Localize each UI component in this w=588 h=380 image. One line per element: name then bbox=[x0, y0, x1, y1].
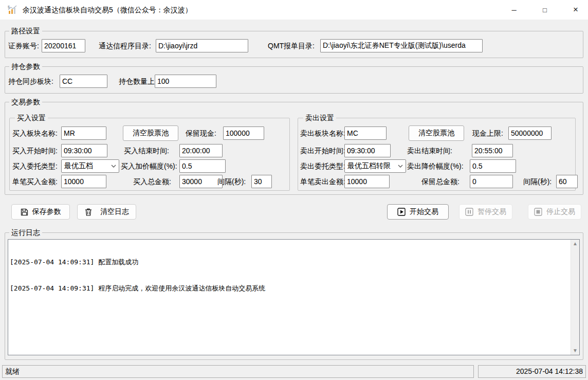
sell-per-amount-input[interactable] bbox=[344, 175, 390, 188]
buy-markup-label: 买入加价幅度(%): bbox=[121, 159, 177, 173]
buy-clear-pool-button[interactable]: 清空股票池 bbox=[123, 125, 178, 141]
sync-board-label: 持仓同步板块: bbox=[8, 75, 53, 88]
buy-board-input[interactable] bbox=[61, 126, 106, 140]
buy-interval-input[interactable] bbox=[251, 175, 272, 188]
scroll-up-icon[interactable]: ▲ bbox=[573, 241, 578, 246]
pause-icon bbox=[465, 208, 473, 216]
log-output[interactable]: [2025-07-04 14:09:31] 配置加载成功 [2025-07-04… bbox=[8, 239, 580, 355]
sell-start-time-input[interactable] bbox=[344, 144, 391, 157]
trade-params-group: 交易参数 买入设置 买入板块名称: 清空股票池 保留现金: 买入开始时间: 买入… bbox=[5, 102, 583, 195]
minimize-icon[interactable]: ─ bbox=[501, 0, 527, 20]
buy-start-time-input[interactable] bbox=[61, 144, 107, 157]
buy-start-time-label: 买入开始时间: bbox=[12, 144, 58, 157]
chevron-down-icon bbox=[111, 165, 116, 168]
log-text: [2025-07-04 14:09:31] 配置加载成功 [2025-07-04… bbox=[10, 240, 569, 354]
clear-log-label: 清空日志 bbox=[100, 207, 129, 216]
buy-reserve-cash-label: 保留现金: bbox=[186, 126, 216, 140]
pause-trade-button[interactable]: 暂停交易 bbox=[459, 204, 512, 220]
buy-order-type-select[interactable]: 最优五档 bbox=[61, 159, 119, 173]
trash-icon bbox=[85, 208, 92, 216]
scroll-down-icon[interactable]: ▼ bbox=[573, 348, 578, 353]
sell-board-label: 卖出板块名称: bbox=[300, 126, 345, 140]
sell-interval-input[interactable] bbox=[556, 175, 578, 188]
pause-trade-label: 暂停交易 bbox=[477, 207, 506, 216]
start-trade-label: 开始交易 bbox=[410, 207, 438, 216]
sell-order-type-select[interactable]: 最优五档转限 bbox=[344, 159, 406, 173]
stop-icon bbox=[534, 208, 542, 216]
buy-per-amount-input[interactable] bbox=[61, 175, 106, 188]
buy-per-amount-label: 单笔买入金额: bbox=[12, 175, 58, 188]
sell-board-input[interactable] bbox=[344, 126, 387, 140]
account-input[interactable] bbox=[42, 39, 85, 52]
sell-end-time-label: 卖出结束时间: bbox=[407, 144, 452, 157]
sell-cash-cap-input[interactable] bbox=[508, 126, 552, 140]
position-settings-title: 持仓参数 bbox=[9, 62, 42, 71]
save-params-button[interactable]: 保存参数 bbox=[11, 204, 70, 220]
stop-trade-label: 停止交易 bbox=[546, 207, 575, 216]
run-log-title: 运行日志 bbox=[9, 228, 42, 238]
account-label: 证券账号: bbox=[8, 39, 39, 52]
sell-markdown-label: 卖出降价幅度(%): bbox=[407, 159, 464, 173]
buy-order-type-label: 买入委托类型: bbox=[12, 159, 58, 173]
buy-settings-title: 买入设置 bbox=[15, 113, 48, 123]
buy-settings-group: 买入设置 买入板块名称: 清空股票池 保留现金: 买入开始时间: 买入结束时间:… bbox=[9, 118, 290, 191]
position-settings-group: 持仓参数 持仓同步板块: 持仓数量上限: bbox=[5, 66, 583, 94]
status-message-panel: 就绪 bbox=[2, 365, 474, 378]
chevron-down-icon bbox=[398, 165, 403, 168]
buy-end-time-input[interactable] bbox=[179, 144, 223, 157]
sell-order-type-value: 最优五档转限 bbox=[347, 161, 391, 171]
maximize-icon[interactable]: □ bbox=[532, 0, 558, 20]
log-scrollbar[interactable]: ▲ ▼ bbox=[571, 240, 579, 355]
buy-board-label: 买入板块名称: bbox=[12, 126, 58, 140]
title-bar: $ 余汉波通达信板块自动交易5（微信公众号：余汉波） ─ □ × bbox=[0, 0, 588, 20]
sell-markdown-input[interactable] bbox=[470, 159, 516, 173]
sell-order-type-label: 卖出委托类型: bbox=[300, 159, 345, 173]
status-text: 就绪 bbox=[5, 367, 20, 375]
sell-cash-cap-label: 现金上限: bbox=[472, 126, 503, 140]
sell-settings-group: 卖出设置 卖出板块名称: 清空股票池 现金上限: 卖出开始时间: 卖出结束时间:… bbox=[298, 118, 576, 191]
buy-interval-label: 间隔(秒): bbox=[217, 175, 246, 188]
buy-total-label: 买入总金额: bbox=[133, 175, 171, 188]
tdx-dir-input[interactable] bbox=[156, 39, 248, 52]
window-title: 余汉波通达信板块自动交易5（微信公众号：余汉波） bbox=[23, 0, 192, 20]
app-icon: $ bbox=[7, 4, 18, 15]
log-line: [2025-07-04 14:09:31] 配置加载成功 bbox=[10, 258, 569, 266]
sync-board-input[interactable] bbox=[60, 75, 107, 88]
path-settings-title: 路径设置 bbox=[9, 26, 42, 36]
buy-markup-input[interactable] bbox=[179, 159, 226, 173]
status-time-panel: 2025-07-04 14:12:38 bbox=[478, 365, 586, 378]
buy-total-input[interactable] bbox=[179, 175, 223, 188]
log-line: [2025-07-04 14:09:31] 程序启动完成，欢迎使用余汉波通达信板… bbox=[10, 284, 569, 293]
sell-end-time-input[interactable] bbox=[472, 144, 513, 157]
buy-end-time-label: 买入结束时间: bbox=[124, 144, 169, 157]
stop-trade-button[interactable]: 停止交易 bbox=[528, 204, 581, 220]
tdx-dir-label: 通达信程序目录: bbox=[99, 39, 151, 52]
sell-interval-label: 间隔(秒): bbox=[523, 175, 552, 188]
trade-params-title: 交易参数 bbox=[9, 97, 42, 107]
run-log-group: 运行日志 [2025-07-04 14:09:31] 配置加载成功 [2025-… bbox=[5, 232, 583, 360]
play-icon bbox=[397, 208, 406, 216]
start-trade-button[interactable]: 开始交易 bbox=[387, 204, 449, 220]
max-qty-input[interactable] bbox=[155, 75, 216, 88]
sell-per-amount-label: 单笔卖出金额: bbox=[300, 175, 345, 188]
floppy-disk-icon bbox=[21, 208, 28, 216]
sell-reserve-total-input[interactable] bbox=[470, 175, 513, 188]
status-time: 2025-07-04 14:12:38 bbox=[516, 367, 583, 375]
clear-log-button[interactable]: 清空日志 bbox=[77, 204, 136, 220]
qmt-dir-label: QMT报单目录: bbox=[268, 39, 315, 52]
close-icon[interactable]: × bbox=[563, 0, 588, 20]
qmt-dir-input[interactable] bbox=[320, 39, 483, 52]
save-params-label: 保存参数 bbox=[32, 207, 61, 216]
sell-start-time-label: 卖出开始时间: bbox=[300, 144, 345, 157]
sell-settings-title: 卖出设置 bbox=[303, 113, 336, 123]
buy-reserve-cash-input[interactable] bbox=[223, 126, 264, 140]
sell-reserve-total-label: 保留总金额: bbox=[421, 175, 460, 188]
sell-clear-pool-button[interactable]: 清空股票池 bbox=[409, 125, 464, 141]
path-settings-group: 路径设置 证券账号: 通达信程序目录: QMT报单目录: bbox=[5, 31, 583, 58]
buy-order-type-value: 最优五档 bbox=[64, 161, 93, 171]
